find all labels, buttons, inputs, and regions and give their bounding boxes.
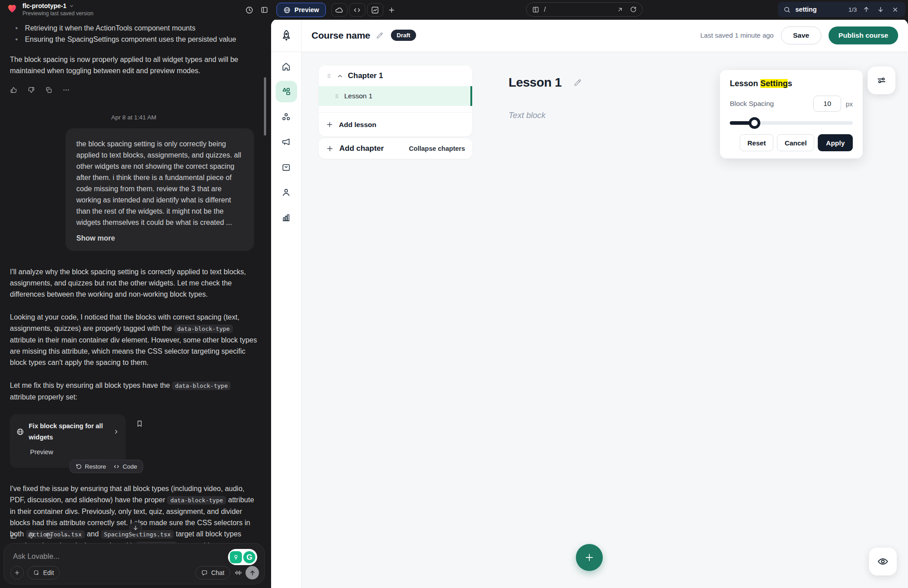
grammarly-widget[interactable]: G [228, 549, 257, 565]
bookmark-icon[interactable] [136, 420, 144, 428]
last-saved-text: Last saved 1 minute ago [700, 31, 773, 39]
sidebar-item-home[interactable] [276, 56, 297, 77]
add-attachment-button[interactable] [10, 566, 24, 579]
inline-code: data-block-type [174, 325, 233, 333]
version-card-status: Preview [30, 447, 119, 458]
settings-toggle-button[interactable] [868, 66, 895, 94]
voice-input-icon[interactable] [234, 569, 242, 577]
save-button[interactable]: Save [781, 26, 821, 44]
spacing-unit-label: px [846, 100, 853, 108]
thumbs-down-icon[interactable] [27, 86, 35, 94]
drag-handle-icon[interactable] [326, 72, 332, 79]
topbar-controls: Preview [242, 3, 399, 17]
block-spacing-label: Block Spacing [730, 100, 813, 108]
scroll-to-bottom-button[interactable] [129, 522, 142, 534]
pages-icon [532, 6, 540, 13]
grammarly-icon: G [243, 551, 255, 563]
lesson-list-item[interactable]: Lesson 1 [319, 86, 472, 106]
code-view-button[interactable] [349, 3, 365, 17]
cloud-button[interactable] [331, 3, 347, 17]
edit-mode-button[interactable]: Edit [27, 566, 60, 579]
search-input[interactable]: setting [795, 6, 844, 13]
analytics-button[interactable] [367, 3, 383, 17]
add-lesson-button[interactable]: Add lesson [319, 112, 472, 136]
history-icon[interactable] [242, 3, 256, 17]
preview-button[interactable]: Preview [276, 3, 326, 17]
app-header: Course name Draft Last saved 1 minute ag… [302, 19, 908, 52]
list-item: •Retrieving it when the ActionTools comp… [10, 22, 258, 34]
drag-handle-icon[interactable] [334, 93, 340, 100]
edit-title-icon[interactable] [376, 31, 384, 39]
home-icon [281, 61, 291, 72]
sidebar-item-profile[interactable] [276, 181, 297, 203]
send-button[interactable] [246, 566, 259, 579]
assistant-paragraph: I'll analyze why the block spacing setti… [10, 266, 258, 300]
close-search-button[interactable] [890, 6, 900, 13]
apply-button[interactable]: Apply [818, 134, 853, 151]
list-item: •Ensuring the SpacingSettings component … [10, 34, 258, 45]
chat-scroll-area[interactable]: •Retrieving it when the ActionTools comp… [0, 20, 271, 531]
more-options-icon[interactable] [62, 86, 70, 94]
plus-icon [584, 552, 595, 563]
open-external-icon[interactable] [617, 6, 623, 13]
assistant-paragraph: Let me fix this by ensuring all block ty… [10, 380, 258, 403]
message-actions [10, 86, 258, 94]
preview-url-bar[interactable]: / [526, 2, 643, 17]
preview-toggle-button[interactable] [869, 548, 897, 575]
restore-button[interactable]: Restore [75, 461, 106, 472]
copy-icon[interactable] [45, 86, 53, 94]
chapter-card: Chapter 1 Lesson 1 Add lesson [319, 66, 472, 136]
thumbs-down-icon[interactable] [27, 532, 35, 540]
sidebar-item-store[interactable] [276, 156, 297, 178]
chapter-header[interactable]: Chapter 1 [319, 66, 472, 86]
sliders-icon [876, 75, 887, 86]
version-card[interactable]: Fix block spacing for all widgets Previe… [10, 414, 126, 468]
plus-icon [326, 145, 334, 153]
thumbs-up-icon[interactable] [10, 532, 18, 540]
code-button[interactable]: Code [113, 461, 137, 472]
thumbs-up-icon[interactable] [10, 86, 18, 94]
refresh-icon[interactable] [630, 6, 637, 13]
add-chapter-button[interactable]: Add chapter [326, 144, 384, 153]
show-more-link[interactable]: Show more [76, 233, 243, 244]
next-match-button[interactable] [876, 6, 886, 13]
slider-thumb[interactable] [749, 117, 760, 129]
publish-course-button[interactable]: Publish course [829, 26, 898, 44]
shapes-icon [281, 86, 292, 97]
sidebar-item-announcements[interactable] [276, 131, 297, 153]
block-spacing-input[interactable] [813, 96, 841, 112]
chat-input-card: G Edit Chat [4, 543, 265, 584]
text-block-placeholder[interactable]: Text block [509, 110, 546, 120]
circles-icon [281, 112, 291, 122]
sidebar-item-content[interactable] [276, 81, 297, 102]
version-actions: Restore Code [70, 460, 143, 473]
collapse-chapter-icon[interactable] [337, 73, 343, 79]
chat-input[interactable] [13, 552, 184, 561]
sidebar-item-community[interactable] [276, 106, 297, 127]
app-sidebar-rail [271, 19, 302, 588]
add-block-fab[interactable] [576, 544, 603, 571]
collapse-chapters-button[interactable]: Collapse chapters [409, 145, 465, 152]
copy-icon[interactable] [45, 532, 53, 540]
lesson-heading: Lesson 1 [509, 75, 561, 90]
more-options-icon[interactable] [62, 532, 70, 540]
user-message-text: the block spacing setting is only correc… [76, 140, 241, 226]
assistant-paragraph: Looking at your code, I noticed that the… [10, 312, 258, 368]
eye-icon [877, 556, 889, 567]
message-actions-partial [10, 532, 70, 540]
project-menu[interactable]: flc-prototype-1 Previewing last saved ve… [6, 2, 93, 17]
chat-bubble-icon [201, 570, 208, 576]
chat-mode-button[interactable]: Chat [195, 566, 230, 579]
sidebar-item-analytics[interactable] [276, 206, 297, 228]
block-spacing-slider[interactable] [730, 117, 853, 129]
match-counter: 1/3 [848, 6, 857, 13]
new-tab-icon[interactable] [385, 3, 399, 17]
reset-button[interactable]: Reset [740, 134, 773, 151]
app-logo[interactable] [271, 19, 301, 52]
chat-scrollbar[interactable] [264, 77, 266, 136]
panel-toggle-icon[interactable] [258, 3, 271, 17]
previous-match-button[interactable] [861, 6, 871, 13]
edit-lesson-title-icon[interactable] [573, 78, 582, 87]
project-name: flc-prototype-1 [22, 2, 66, 9]
cancel-button[interactable]: Cancel [777, 134, 814, 151]
